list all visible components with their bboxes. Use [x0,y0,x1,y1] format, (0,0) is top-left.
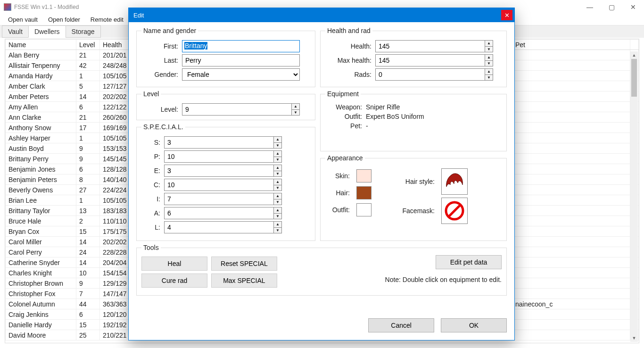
equipment-outfit[interactable]: Expert BoS Uniform [366,113,424,120]
cell-pet [512,154,630,164]
label-first: First: [141,42,182,50]
tab-storage[interactable]: Storage [66,25,101,38]
cell-level: 6 [76,309,100,320]
dialog-titlebar[interactable]: Edit ✕ [129,8,514,22]
label-p: P: [141,153,164,160]
cell-level: 14 [76,237,100,247]
label-a: A: [141,209,164,217]
cell-health: 202/202 [100,237,131,247]
menu-remote-edit[interactable]: Remote edit [85,15,129,25]
spin-down-icon[interactable]: ▼ [292,110,299,116]
cell-level: 7 [76,289,100,299]
skin-swatch[interactable] [356,169,372,182]
ok-button[interactable]: OK [441,318,507,332]
header-health[interactable]: Health [100,40,131,50]
gender-select[interactable]: Female [182,68,300,81]
special-a[interactable]: ▲▼ [164,207,282,219]
cell-pet [512,50,630,60]
last-name-input[interactable] [182,54,300,66]
label-skin: Skin: [325,172,354,180]
cell-name: David Moore [6,330,76,340]
label-pet: Pet: [325,122,366,130]
cell-pet [512,60,630,71]
cancel-button[interactable]: Cancel [368,318,434,332]
heal-button[interactable]: Heal [141,257,207,271]
cell-level: 1 [76,133,100,143]
tab-vault[interactable]: Vault [2,25,29,38]
cell-health: 105/105 [100,195,131,206]
window-close-button[interactable]: ✕ [622,0,644,14]
special-i[interactable]: ▲▼ [164,193,282,205]
label-rads: Rads: [325,71,375,78]
cell-name: Charles Knight [6,268,76,278]
dialog-close-button[interactable]: ✕ [501,10,512,20]
cell-pet [512,71,630,81]
cell-health: 202/202 [100,91,131,102]
cell-level: 1 [76,71,100,81]
hair-style-icon [444,171,465,192]
group-tools: Tools Heal Reset SPECIAL Cure rad Max SP… [136,244,507,296]
level-spinner[interactable]: ▲▼ [182,103,300,116]
cell-name: Austin Boyd [6,143,76,154]
header-level[interactable]: Level [76,40,100,50]
spin-up-icon[interactable]: ▲ [292,104,299,110]
cell-name: Bruce Hale [6,216,76,226]
scroll-up-icon[interactable]: ▲ [630,51,638,59]
cell-level: 15 [76,320,100,330]
legend-appearance: Appearance [325,154,365,162]
cell-level: 44 [76,299,100,309]
label-s: S: [141,139,164,146]
minimize-button[interactable]: — [579,0,601,14]
legend-name-gender: Name and gender [141,27,198,34]
label-health: Health: [325,42,375,50]
special-p[interactable]: ▲▼ [164,150,282,163]
scroll-thumb[interactable] [631,59,637,97]
cell-pet [512,123,630,133]
cure-rad-button[interactable]: Cure rad [141,273,207,288]
scroll-down-icon[interactable]: ▼ [630,334,638,342]
edit-pet-data-button[interactable]: Edit pet data [436,255,502,269]
label-max-health: Max health: [325,57,375,64]
health-spinner[interactable]: ▲▼ [375,40,493,52]
cell-health: 105/105 [100,71,131,81]
label-e: E: [141,167,164,174]
legend-tools: Tools [141,244,161,251]
maximize-button[interactable]: ▢ [601,0,622,14]
facemask-swatch[interactable] [441,198,468,224]
cell-name: Brian Lee [6,195,76,206]
header-name[interactable]: Name [6,40,76,50]
outfit-swatch[interactable] [356,203,372,216]
special-l[interactable]: ▲▼ [164,221,282,233]
special-s[interactable]: ▲▼ [164,136,282,149]
cell-health: 153/153 [100,143,131,154]
header-pet[interactable]: Pet [512,40,630,50]
cell-level: 9 [76,154,100,164]
menu-open-vault[interactable]: Open vault [3,15,43,25]
special-c[interactable]: ▲▼ [164,179,282,191]
cell-pet [512,185,630,195]
cell-health: 122/122 [100,102,131,112]
hair-swatch[interactable] [356,186,372,199]
cell-name: Danielle Hardy [6,320,76,330]
cell-health: 105/105 [100,133,131,143]
hair-style-swatch[interactable] [441,168,468,195]
cell-pet [512,81,630,91]
cell-pet [512,309,630,320]
cell-pet [512,216,630,226]
cell-pet [512,143,630,154]
equipment-pet[interactable]: - [366,122,368,130]
cell-name: Benjamin Jones [6,164,76,174]
max-health-spinner[interactable]: ▲▼ [375,54,493,66]
cell-health: 248/248 [100,60,131,71]
tab-dwellers[interactable]: Dwellers [28,25,66,38]
cell-level: 21 [76,112,100,123]
special-e[interactable]: ▲▼ [164,165,282,177]
rads-spinner[interactable]: ▲▼ [375,68,493,81]
table-scrollbar[interactable]: ▲ ▼ [630,51,638,342]
menu-open-folder[interactable]: Open folder [43,15,85,25]
equipment-weapon[interactable]: Sniper Rifle [366,103,400,111]
reset-special-button[interactable]: Reset SPECIAL [211,257,277,271]
cell-health: 140/140 [100,174,131,185]
max-special-button[interactable]: Max SPECIAL [211,273,277,288]
cell-level: 6 [76,164,100,174]
